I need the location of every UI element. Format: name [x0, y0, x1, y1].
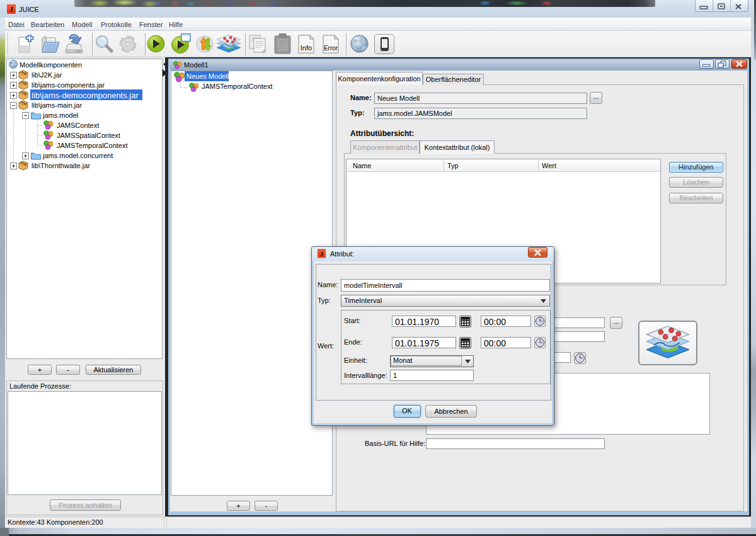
- svg-text:J: J: [9, 5, 13, 14]
- svg-text:Error: Error: [324, 45, 338, 52]
- svg-text:Info: Info: [301, 44, 312, 52]
- svg-text:J: J: [320, 250, 324, 258]
